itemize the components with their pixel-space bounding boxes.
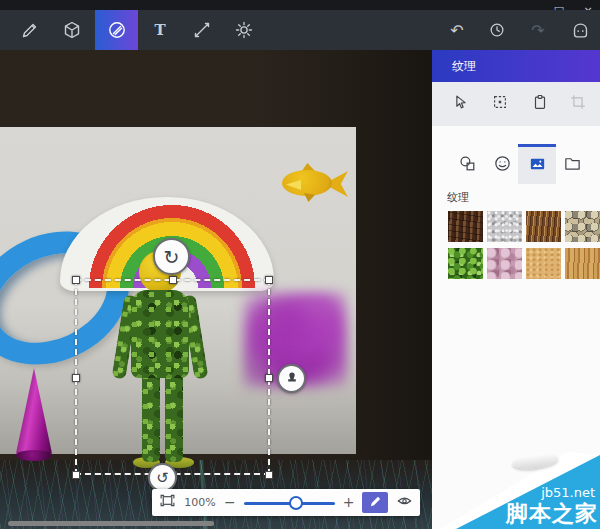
stamp-button[interactable]	[277, 364, 306, 393]
selection-handle-sw[interactable]	[72, 471, 80, 479]
selection-handle-nw[interactable]	[72, 276, 80, 284]
panel-title: 纹理	[432, 50, 600, 82]
tab-shapes[interactable]	[448, 147, 486, 184]
rotate-3d-icon: ↺	[156, 469, 169, 487]
title-bar	[0, 0, 600, 10]
texture-thumb-hair[interactable]	[526, 211, 561, 242]
fish-body	[282, 170, 332, 196]
selection-handle-e[interactable]	[265, 374, 273, 382]
brush-tool-button[interactable]	[10, 10, 50, 50]
selection-handle-ne[interactable]	[265, 276, 273, 284]
clipboard-icon	[531, 93, 549, 115]
canvas-tool-button[interactable]	[224, 10, 264, 50]
zoom-out-button[interactable]: −	[224, 489, 236, 516]
history-clock-icon	[488, 21, 506, 39]
texture-thumb-tree-bark[interactable]	[448, 211, 483, 242]
fit-to-view-button[interactable]	[159, 492, 176, 513]
cursor-icon	[451, 93, 469, 115]
history-button[interactable]	[477, 10, 517, 50]
tab-image[interactable]	[518, 147, 556, 184]
selection-handle-w[interactable]	[72, 374, 80, 382]
remix-3d-button[interactable]	[560, 10, 600, 50]
crop-icon	[569, 93, 587, 115]
paste-button[interactable]	[530, 94, 550, 114]
goldfish-object[interactable]	[280, 162, 354, 204]
rotate-icon: ↻	[164, 246, 180, 268]
remix-3d-icon	[571, 21, 590, 40]
text-tool-icon: T	[154, 21, 165, 39]
sun-icon	[234, 20, 254, 40]
zoom-slider-thumb[interactable]	[289, 496, 303, 510]
marquee-select-button[interactable]	[490, 94, 510, 114]
tab-emoji[interactable]	[483, 147, 521, 184]
magenta-cone-base	[16, 450, 52, 461]
texture-thumb-pebbles[interactable]	[565, 211, 600, 242]
paint3d-window: – □ × T ↶ ↷	[0, 0, 600, 529]
undo-button[interactable]: ↶	[437, 10, 477, 50]
pencil-icon	[369, 493, 382, 512]
folder-icon	[563, 154, 582, 177]
select-cursor-button[interactable]	[450, 94, 470, 114]
texture-thumb-wood-grain[interactable]	[565, 248, 600, 279]
selection-box[interactable]	[75, 279, 270, 475]
3d-cube-icon	[62, 20, 82, 40]
texture-thumb-green-leaves[interactable]	[448, 248, 483, 279]
effects-tool-button[interactable]	[182, 10, 222, 50]
texture-thumb-pink-marble[interactable]	[487, 248, 522, 279]
zoom-slider[interactable]	[244, 496, 335, 510]
zoom-level-value: 100%	[184, 496, 216, 509]
rotate-3d-handle[interactable]: ↺	[148, 463, 177, 492]
smiley-icon	[493, 154, 512, 177]
redo-icon: ↷	[531, 21, 544, 40]
selection-handle-n[interactable]	[169, 276, 177, 284]
texture-thumb-sand[interactable]	[526, 248, 561, 279]
3d-shapes-tool-button[interactable]	[52, 10, 92, 50]
view-mode-button[interactable]	[396, 492, 413, 513]
marquee-select-icon	[491, 93, 509, 115]
texture-thumb-silver-glitter[interactable]	[487, 211, 522, 242]
eye-icon	[396, 494, 413, 513]
zoom-toolbar: 100% − +	[152, 489, 420, 516]
brush-icon	[20, 20, 40, 40]
zoom-in-button[interactable]: +	[343, 489, 355, 516]
edit-mode-button[interactable]	[362, 492, 388, 513]
crop-button[interactable]	[568, 94, 588, 114]
texture-section-label: 纹理	[447, 190, 469, 205]
tab-folder[interactable]	[553, 147, 591, 184]
stamp-icon	[285, 369, 299, 388]
effects-icon	[192, 20, 212, 40]
undo-icon: ↶	[450, 21, 463, 40]
text-tool-button[interactable]: T	[140, 10, 180, 50]
shapes-icon	[458, 154, 477, 177]
selection-handle-se[interactable]	[265, 471, 273, 479]
stickers-icon	[107, 20, 127, 40]
image-icon	[528, 154, 547, 177]
redo-button[interactable]: ↷	[518, 10, 558, 50]
rotate-handle[interactable]: ↻	[153, 238, 190, 275]
stickers-tool-button[interactable]	[95, 10, 138, 50]
horizontal-scrollbar[interactable]	[8, 521, 214, 526]
